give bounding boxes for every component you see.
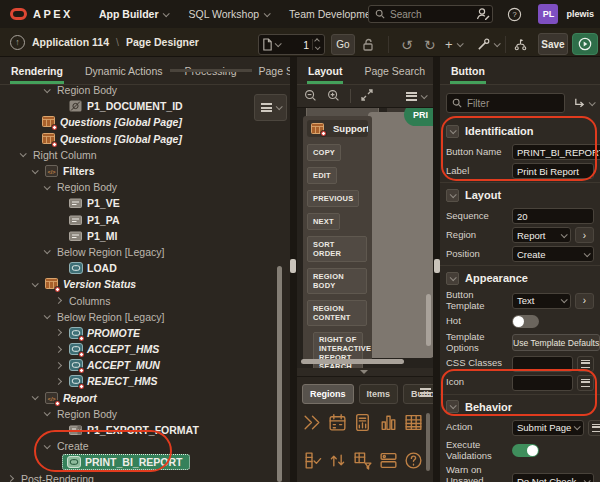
tree-item-p1-ve[interactable]: P1_VE (0, 195, 290, 211)
global-search-input[interactable]: Search (368, 5, 493, 23)
tree-item-p1-mi[interactable]: P1_MI (0, 228, 290, 244)
menu-app-builder[interactable]: App Builder (99, 8, 169, 20)
label-input[interactable]: Print Bi Report (512, 163, 594, 179)
tree-item-create[interactable]: Create (0, 438, 290, 454)
tree-selected-node[interactable]: PRINT_BI_REPORT (62, 454, 190, 470)
tree-item-version-status[interactable]: Version Status (0, 276, 290, 292)
left-splitter[interactable] (290, 57, 297, 482)
tree-item-accept-mun[interactable]: ACCEPT_MUN (0, 357, 290, 373)
list-values-icon[interactable] (577, 356, 594, 372)
region-select[interactable]: Report (512, 227, 571, 243)
user-avatar[interactable]: PL (538, 4, 558, 24)
zoom-in-icon[interactable] (327, 89, 340, 104)
tree-item-questions-global-page-[interactable]: Questions [Global Page] (0, 131, 290, 147)
go-to-icon[interactable]: › (575, 227, 594, 243)
collapse-icon[interactable] (446, 272, 459, 285)
tree-item-filters[interactable]: </>Filters (0, 163, 290, 179)
unlock-icon[interactable] (361, 34, 375, 55)
chevron-right-icon[interactable] (55, 297, 62, 304)
canvas-vertical-scrollbar[interactable] (426, 294, 431, 346)
page-finder[interactable]: 1 (258, 34, 325, 55)
canvas-region-body[interactable] (368, 112, 433, 358)
dynamic-content-icon[interactable] (325, 448, 350, 472)
chevron-right-icon[interactable] (55, 362, 62, 369)
chart-icon[interactable] (376, 410, 401, 434)
tree-item-promote[interactable]: PROMOTE (0, 325, 290, 341)
tree-item-region-body[interactable]: Region Body (0, 82, 290, 98)
tree-item-report[interactable]: </>Report (0, 390, 290, 406)
context-menu-item-region-content[interactable]: REGION CONTENT (307, 300, 367, 326)
chevron-down-icon[interactable] (44, 86, 51, 93)
page-number-input[interactable]: 1 (280, 39, 312, 51)
chevron-right-icon[interactable] (55, 329, 62, 336)
sequence-input[interactable]: 20 (512, 208, 594, 224)
chevron-right-icon[interactable] (55, 346, 62, 353)
tab-layout[interactable]: Layout (297, 57, 353, 84)
calendar-icon[interactable] (325, 410, 350, 434)
collapse-icon[interactable] (446, 125, 459, 138)
canvas-button-chip[interactable]: PRI (404, 108, 433, 126)
context-menu-item-sort-order[interactable]: SORT ORDER (307, 236, 367, 262)
tab-page-search[interactable]: Page Search (353, 57, 436, 84)
chevron-down-icon[interactable] (44, 312, 51, 319)
expand-icon[interactable] (361, 89, 373, 103)
collapse-icon[interactable] (446, 400, 459, 413)
button-template-select[interactable]: Text (512, 293, 571, 309)
hot-toggle[interactable] (512, 315, 539, 328)
chevron-down-icon[interactable] (20, 151, 27, 158)
context-menu-item-edit[interactable]: EDIT (307, 167, 337, 184)
section-header-layout[interactable]: Layout (446, 185, 600, 205)
css-classes-input[interactable] (512, 356, 573, 372)
action-select[interactable]: Submit Page (512, 420, 584, 436)
gallery-scrollbar[interactable] (426, 413, 430, 471)
help-icon[interactable]: ? (507, 7, 522, 22)
breadcrumb-app[interactable]: Application 114 (32, 36, 109, 48)
chevron-down-icon[interactable] (32, 393, 39, 400)
section-header-appearance[interactable]: Appearance (446, 268, 600, 288)
context-menu-item-previous[interactable]: PREVIOUS (307, 190, 359, 207)
tree-item-below-region-legacy-[interactable]: Below Region [Legacy] (0, 244, 290, 260)
tree-item-right-column[interactable]: Right Column (0, 147, 290, 163)
button-name-input[interactable]: PRINT_BI_REPORT (512, 144, 600, 160)
canvas-horizontal-scrollbar[interactable] (301, 359, 404, 364)
gallery-tab-regions[interactable]: Regions (302, 384, 354, 404)
cards-icon[interactable] (376, 448, 401, 472)
list-values-icon[interactable] (588, 420, 600, 436)
tree-item-p1-document-id[interactable]: P1_DOCUMENT_ID (0, 98, 290, 114)
tree-item-questions-global-page-[interactable]: Questions [Global Page] (0, 114, 290, 130)
property-filter-input[interactable]: Filter (446, 93, 565, 113)
go-to-component-icon[interactable] (573, 97, 594, 109)
run-page-button[interactable] (572, 33, 598, 55)
up-arrow-icon[interactable]: ↑ (10, 35, 25, 50)
list-values-icon[interactable] (577, 375, 594, 391)
section-header-identification[interactable]: Identification (446, 121, 600, 141)
context-menu-item-region-body[interactable]: REGION BODY (307, 268, 367, 294)
tab-button[interactable]: Button (440, 57, 496, 84)
tree-item-p1-pa[interactable]: P1_PA (0, 212, 290, 228)
tree-item-print-bi-report[interactable]: PRINT_BI_REPORT (0, 454, 290, 470)
classic-report-icon[interactable] (401, 410, 426, 434)
chevron-right-icon[interactable] (7, 475, 14, 482)
undo-icon[interactable]: ↺ (401, 34, 413, 55)
menu-sql-workshop[interactable]: SQL Workshop (188, 8, 269, 20)
chevron-down-icon[interactable] (44, 442, 51, 449)
tree-item-below-region-legacy-[interactable]: Below Region [Legacy] (0, 309, 290, 325)
account-icon[interactable] (475, 6, 491, 22)
section-header-behavior[interactable]: Behavior (446, 397, 600, 417)
right-splitter[interactable] (433, 57, 440, 482)
tree-item-columns[interactable]: Columns (0, 292, 290, 308)
tree-item-p1-export-format[interactable]: P1_EXPORT_FORMAT (0, 422, 290, 438)
shared-components-icon[interactable] (513, 34, 528, 55)
apex-logo[interactable]: APEX (0, 8, 73, 20)
chevron-right-icon[interactable] (55, 378, 62, 385)
layout-menu-icon[interactable] (406, 92, 426, 101)
tree-item-load[interactable]: LOAD (0, 260, 290, 276)
tab-page-shared-components[interactable]: Page Shared Components (248, 57, 291, 84)
create-menu-icon[interactable]: + (445, 34, 462, 55)
go-button[interactable]: Go (331, 34, 355, 55)
gallery-menu-icon[interactable] (420, 387, 431, 399)
utilities-icon[interactable] (477, 34, 499, 55)
tree-item-accept-hms[interactable]: ACCEPT_HMS (0, 341, 290, 357)
faceted-search-icon[interactable] (350, 448, 375, 472)
tree-item-region-body[interactable]: Region Body (0, 179, 290, 195)
